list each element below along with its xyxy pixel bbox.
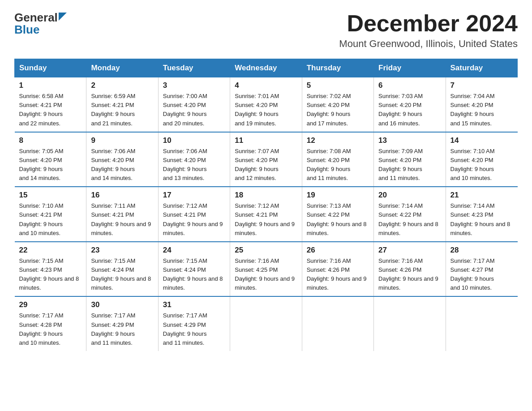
calendar-cell: 12 Sunrise: 7:08 AMSunset: 4:20 PMDaylig… <box>302 132 373 187</box>
calendar-week-row: 15 Sunrise: 7:10 AMSunset: 4:21 PMDaylig… <box>15 187 518 242</box>
day-info: Sunrise: 6:58 AMSunset: 4:21 PMDaylight:… <box>19 92 82 128</box>
day-info: Sunrise: 7:17 AMSunset: 4:29 PMDaylight:… <box>91 311 153 347</box>
header-monday: Monday <box>86 59 158 77</box>
header-wednesday: Wednesday <box>230 59 302 77</box>
day-number: 7 <box>450 81 513 90</box>
calendar-cell <box>374 296 446 351</box>
day-number: 3 <box>163 81 225 90</box>
calendar-cell: 31 Sunrise: 7:17 AMSunset: 4:29 PMDaylig… <box>158 296 230 351</box>
day-info: Sunrise: 7:11 AMSunset: 4:21 PMDaylight:… <box>91 201 153 238</box>
day-info: Sunrise: 7:05 AMSunset: 4:20 PMDaylight:… <box>19 147 82 183</box>
day-info: Sunrise: 7:14 AMSunset: 4:23 PMDaylight:… <box>450 201 513 238</box>
day-number: 26 <box>307 246 369 255</box>
day-number: 19 <box>307 191 369 200</box>
day-number: 29 <box>19 300 82 309</box>
day-number: 11 <box>235 136 297 145</box>
logo-blue: Blue <box>14 23 39 37</box>
logo: General Blue <box>14 11 67 37</box>
day-info: Sunrise: 7:17 AMSunset: 4:27 PMDaylight:… <box>450 257 513 293</box>
calendar-week-row: 22 Sunrise: 7:15 AMSunset: 4:23 PMDaylig… <box>15 242 518 297</box>
calendar-cell: 7 Sunrise: 7:04 AMSunset: 4:20 PMDayligh… <box>446 77 517 132</box>
logo-arrow-icon <box>59 13 67 22</box>
day-number: 27 <box>378 246 441 255</box>
page-header: General Blue December 2024 Mount Greenwo… <box>14 11 518 50</box>
header-thursday: Thursday <box>302 59 373 77</box>
header-sunday: Sunday <box>15 59 86 77</box>
day-info: Sunrise: 7:04 AMSunset: 4:20 PMDaylight:… <box>450 92 513 128</box>
day-info: Sunrise: 7:15 AMSunset: 4:23 PMDaylight:… <box>19 257 82 293</box>
calendar-cell: 3 Sunrise: 7:00 AMSunset: 4:20 PMDayligh… <box>158 77 230 132</box>
calendar-cell: 4 Sunrise: 7:01 AMSunset: 4:20 PMDayligh… <box>230 77 302 132</box>
calendar-cell: 16 Sunrise: 7:11 AMSunset: 4:21 PMDaylig… <box>86 187 158 242</box>
day-number: 5 <box>307 81 369 90</box>
day-number: 1 <box>19 81 82 90</box>
day-info: Sunrise: 7:06 AMSunset: 4:20 PMDaylight:… <box>91 147 153 183</box>
calendar-cell: 22 Sunrise: 7:15 AMSunset: 4:23 PMDaylig… <box>15 242 86 297</box>
day-info: Sunrise: 7:17 AMSunset: 4:28 PMDaylight:… <box>19 311 82 347</box>
location-title: Mount Greenwood, Illinois, United States <box>339 38 518 50</box>
day-info: Sunrise: 7:00 AMSunset: 4:20 PMDaylight:… <box>163 92 225 128</box>
calendar-cell: 9 Sunrise: 7:06 AMSunset: 4:20 PMDayligh… <box>86 132 158 187</box>
day-info: Sunrise: 7:02 AMSunset: 4:20 PMDaylight:… <box>307 92 369 128</box>
calendar-cell: 11 Sunrise: 7:07 AMSunset: 4:20 PMDaylig… <box>230 132 302 187</box>
calendar-cell: 1 Sunrise: 6:58 AMSunset: 4:21 PMDayligh… <box>15 77 86 132</box>
day-info: Sunrise: 7:06 AMSunset: 4:20 PMDaylight:… <box>163 147 225 183</box>
calendar-cell: 17 Sunrise: 7:12 AMSunset: 4:21 PMDaylig… <box>158 187 230 242</box>
header-saturday: Saturday <box>446 59 517 77</box>
calendar-table: SundayMondayTuesdayWednesdayThursdayFrid… <box>14 59 518 351</box>
day-number: 4 <box>235 81 297 90</box>
calendar-cell: 27 Sunrise: 7:16 AMSunset: 4:26 PMDaylig… <box>374 242 446 297</box>
calendar-cell: 21 Sunrise: 7:14 AMSunset: 4:23 PMDaylig… <box>446 187 517 242</box>
header-friday: Friday <box>374 59 446 77</box>
calendar-cell: 30 Sunrise: 7:17 AMSunset: 4:29 PMDaylig… <box>86 296 158 351</box>
day-info: Sunrise: 7:14 AMSunset: 4:22 PMDaylight:… <box>378 201 441 238</box>
day-number: 31 <box>163 300 225 309</box>
day-number: 30 <box>91 300 153 309</box>
calendar-cell: 8 Sunrise: 7:05 AMSunset: 4:20 PMDayligh… <box>15 132 86 187</box>
calendar-cell: 20 Sunrise: 7:14 AMSunset: 4:22 PMDaylig… <box>374 187 446 242</box>
day-info: Sunrise: 7:01 AMSunset: 4:20 PMDaylight:… <box>235 92 297 128</box>
day-info: Sunrise: 7:13 AMSunset: 4:22 PMDaylight:… <box>307 201 369 238</box>
day-number: 15 <box>19 191 82 200</box>
day-number: 18 <box>235 191 297 200</box>
day-number: 2 <box>91 81 153 90</box>
header-tuesday: Tuesday <box>158 59 230 77</box>
calendar-cell: 25 Sunrise: 7:16 AMSunset: 4:25 PMDaylig… <box>230 242 302 297</box>
day-number: 16 <box>91 191 153 200</box>
day-info: Sunrise: 7:15 AMSunset: 4:24 PMDaylight:… <box>91 257 153 293</box>
svg-marker-0 <box>59 13 67 21</box>
day-number: 13 <box>378 136 441 145</box>
day-number: 12 <box>307 136 369 145</box>
day-info: Sunrise: 7:10 AMSunset: 4:21 PMDaylight:… <box>19 201 82 238</box>
day-number: 17 <box>163 191 225 200</box>
day-number: 28 <box>450 246 513 255</box>
day-info: Sunrise: 7:15 AMSunset: 4:24 PMDaylight:… <box>163 257 225 293</box>
calendar-header-row: SundayMondayTuesdayWednesdayThursdayFrid… <box>15 59 518 77</box>
calendar-cell: 2 Sunrise: 6:59 AMSunset: 4:21 PMDayligh… <box>86 77 158 132</box>
calendar-cell: 19 Sunrise: 7:13 AMSunset: 4:22 PMDaylig… <box>302 187 373 242</box>
day-info: Sunrise: 7:03 AMSunset: 4:20 PMDaylight:… <box>378 92 441 128</box>
calendar-title-area: December 2024 Mount Greenwood, Illinois,… <box>339 11 518 50</box>
calendar-cell: 5 Sunrise: 7:02 AMSunset: 4:20 PMDayligh… <box>302 77 373 132</box>
calendar-cell <box>230 296 302 351</box>
calendar-cell: 6 Sunrise: 7:03 AMSunset: 4:20 PMDayligh… <box>374 77 446 132</box>
day-number: 20 <box>378 191 441 200</box>
day-number: 22 <box>19 246 82 255</box>
calendar-cell: 28 Sunrise: 7:17 AMSunset: 4:27 PMDaylig… <box>446 242 517 297</box>
day-info: Sunrise: 7:16 AMSunset: 4:25 PMDaylight:… <box>235 257 297 293</box>
calendar-cell: 26 Sunrise: 7:16 AMSunset: 4:26 PMDaylig… <box>302 242 373 297</box>
calendar-cell: 15 Sunrise: 7:10 AMSunset: 4:21 PMDaylig… <box>15 187 86 242</box>
calendar-cell: 13 Sunrise: 7:09 AMSunset: 4:20 PMDaylig… <box>374 132 446 187</box>
day-info: Sunrise: 7:09 AMSunset: 4:20 PMDaylight:… <box>378 147 441 183</box>
calendar-cell: 24 Sunrise: 7:15 AMSunset: 4:24 PMDaylig… <box>158 242 230 297</box>
day-number: 24 <box>163 246 225 255</box>
day-info: Sunrise: 6:59 AMSunset: 4:21 PMDaylight:… <box>91 92 153 128</box>
calendar-cell: 18 Sunrise: 7:12 AMSunset: 4:21 PMDaylig… <box>230 187 302 242</box>
calendar-cell: 23 Sunrise: 7:15 AMSunset: 4:24 PMDaylig… <box>86 242 158 297</box>
day-number: 6 <box>378 81 441 90</box>
calendar-cell <box>446 296 517 351</box>
day-number: 14 <box>450 136 513 145</box>
day-number: 23 <box>91 246 153 255</box>
calendar-cell: 10 Sunrise: 7:06 AMSunset: 4:20 PMDaylig… <box>158 132 230 187</box>
day-number: 10 <box>163 136 225 145</box>
